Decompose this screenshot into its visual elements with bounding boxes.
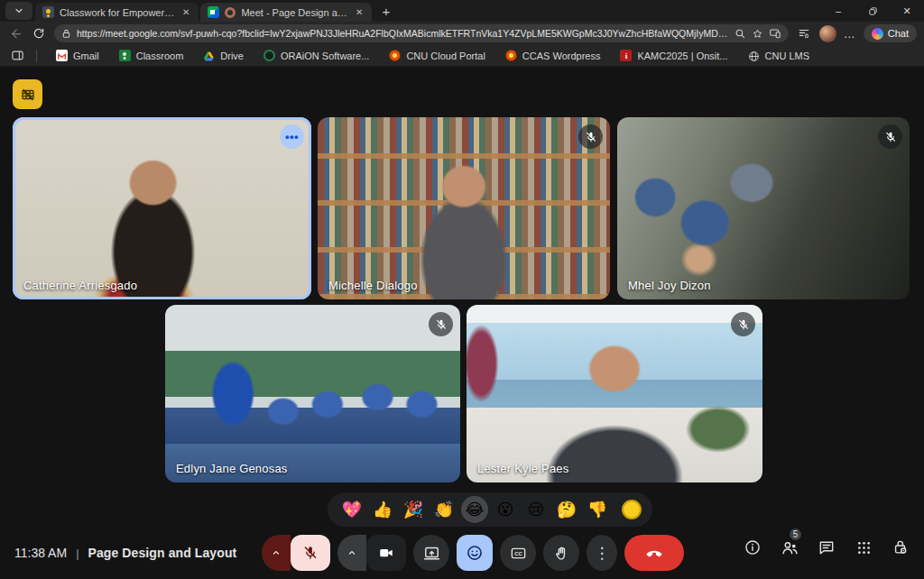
browser-menu-button[interactable]: … <box>844 27 856 41</box>
participants-button[interactable]: 5 <box>779 537 800 558</box>
skin-tone-selector[interactable] <box>622 500 642 519</box>
end-call-button[interactable] <box>624 535 684 571</box>
tab-title: Meet - Page Design and Layo... <box>241 7 348 18</box>
captions-icon: CC <box>510 545 527 562</box>
bookmark-cnu-lms[interactable]: CNU LMS <box>740 47 818 65</box>
gmail-icon <box>56 50 68 61</box>
tab-classwork[interactable]: Classwork for Empowering Future ✕ <box>35 3 199 22</box>
video-tile-lester[interactable]: Lester Kyle Paes <box>467 305 762 482</box>
video-tile-michelle[interactable]: Michelle Dialogo <box>318 117 610 299</box>
copilot-chat-button[interactable]: Chat <box>864 24 917 42</box>
classroom-favicon-icon <box>42 6 54 18</box>
mute-microphone-button[interactable] <box>291 535 330 571</box>
bookmark-kamc[interactable]: i KAMC2025 | Onsit... <box>612 47 735 65</box>
video-tile-edlyn[interactable]: Edlyn Jane Genosas <box>165 305 460 482</box>
globe-icon <box>748 50 760 61</box>
reactions-bar: 💖 👍 🎉 👏 😂 😮 😢 🤔 👎 <box>328 492 652 527</box>
notification-badge[interactable] <box>13 79 42 109</box>
new-tab-button[interactable]: + <box>373 4 399 22</box>
clock-time: 11:38 AM <box>14 546 67 560</box>
participant-name: Edlyn Jane Genosas <box>176 462 288 475</box>
mic-muted-indicator <box>578 124 603 149</box>
host-controls-button[interactable] <box>890 537 911 558</box>
camera-button[interactable] <box>366 535 406 571</box>
call-controls: CC ⋮ <box>262 535 684 571</box>
reaction-clapping-hands[interactable]: 👏 <box>430 496 457 523</box>
reaction-tears-of-joy[interactable]: 😂 <box>461 496 488 523</box>
bookmark-oraion[interactable]: ORAiON Software... <box>255 47 377 65</box>
reaction-thinking-face[interactable]: 🤔 <box>553 496 580 523</box>
captions-button[interactable]: CC <box>500 535 536 571</box>
favorite-star-icon[interactable] <box>752 28 763 40</box>
bookmark-classroom[interactable]: Classroom <box>111 47 192 65</box>
minimize-button[interactable]: – <box>821 0 855 22</box>
oraion-icon <box>263 50 275 61</box>
send-to-device-icon[interactable] <box>769 27 781 40</box>
svg-text:CC: CC <box>514 550 522 556</box>
zoom-icon[interactable] <box>735 28 746 40</box>
close-icon[interactable]: ✕ <box>354 7 365 17</box>
meeting-panels: 5 <box>742 537 911 558</box>
browser-toolbar: https://meet.google.com/svf-puwh-cqo?fbc… <box>0 22 924 45</box>
bookmark-drive[interactable]: Drive <box>195 47 252 65</box>
present-button[interactable] <box>413 535 449 571</box>
microphone-control <box>262 535 330 571</box>
tile-options-button[interactable]: ••• <box>280 124 304 149</box>
info-icon <box>744 538 762 556</box>
participant-name: Catherine Arriesgado <box>23 279 137 292</box>
present-screen-icon <box>423 545 440 562</box>
bookmark-ccas[interactable]: CCAS Wordpress <box>497 47 609 65</box>
address-bar[interactable]: https://meet.google.com/svf-puwh-cqo?fbc… <box>54 24 789 42</box>
meeting-details-button[interactable] <box>742 537 763 558</box>
end-call-icon <box>644 543 664 563</box>
reaction-party-popper[interactable]: 🎉 <box>400 496 427 523</box>
grid-off-icon <box>20 87 36 103</box>
camera-icon <box>378 545 394 561</box>
profile-avatar[interactable] <box>819 25 836 42</box>
reaction-thumbs-up[interactable]: 👍 <box>369 496 396 523</box>
tab-meet[interactable]: Meet - Page Design and Layo... ✕ <box>200 3 372 22</box>
chevron-up-icon <box>271 547 282 558</box>
mic-options-button[interactable] <box>262 535 291 571</box>
reaction-thumbs-down[interactable]: 👎 <box>584 496 611 523</box>
chat-panel-button[interactable] <box>816 537 837 558</box>
raise-hand-icon <box>553 545 570 562</box>
back-button[interactable] <box>7 25 23 41</box>
url-text: https://meet.google.com/svf-puwh-cqo?fbc… <box>77 28 729 39</box>
raise-hand-button[interactable] <box>543 535 579 571</box>
tab-title: Classwork for Empowering Future <box>60 7 175 18</box>
reactions-toggle-button[interactable] <box>457 535 493 571</box>
video-tile-mhel[interactable]: Mhel Joy Dizon <box>617 117 910 299</box>
activities-button[interactable] <box>853 537 874 558</box>
kamc-icon: i <box>620 50 632 61</box>
close-icon[interactable]: ✕ <box>180 7 191 17</box>
sidebar-toggle-button[interactable] <box>9 48 25 64</box>
divider <box>36 50 37 62</box>
window-controls: – ✕ <box>821 0 924 22</box>
reaction-crying-face[interactable]: 😢 <box>522 496 550 523</box>
bookmark-cnu-cloud[interactable]: CNU Cloud Portal <box>381 47 493 65</box>
video-tile-catherine[interactable]: ••• Catherine Arriesgado <box>13 117 311 299</box>
tab-search-button[interactable] <box>5 2 32 20</box>
restore-button[interactable] <box>855 0 890 22</box>
meet-favicon-icon <box>208 6 219 18</box>
chat-label: Chat <box>888 28 909 39</box>
ccas-icon <box>505 50 517 61</box>
camera-options-button[interactable] <box>337 535 366 571</box>
refresh-button[interactable] <box>31 25 47 41</box>
bookmark-gmail[interactable]: Gmail <box>48 47 107 65</box>
cnu-cloud-icon <box>389 50 401 61</box>
more-options-button[interactable]: ⋮ <box>587 535 617 571</box>
participant-name: Mhel Joy Dizon <box>628 279 711 292</box>
close-window-button[interactable]: ✕ <box>890 0 924 22</box>
reaction-sparkling-heart[interactable]: 💖 <box>338 496 365 523</box>
mic-off-icon <box>737 318 750 331</box>
smiley-icon <box>466 544 484 562</box>
reaction-surprised-face[interactable]: 😮 <box>492 496 519 523</box>
restore-icon <box>868 6 878 16</box>
collections-button[interactable] <box>796 25 812 41</box>
chat-bubble-icon <box>818 538 836 556</box>
participant-count-badge: 5 <box>788 527 803 542</box>
refresh-icon <box>32 27 45 40</box>
mic-off-icon <box>302 545 319 561</box>
